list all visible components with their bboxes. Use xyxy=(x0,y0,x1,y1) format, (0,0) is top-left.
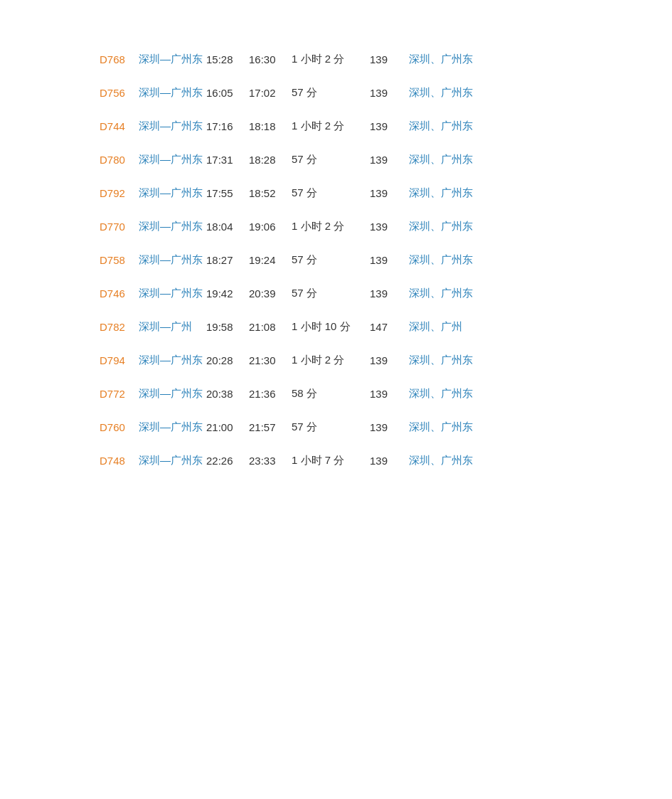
train-arrive: 19:06 xyxy=(249,221,292,233)
train-depart: 20:38 xyxy=(206,388,249,400)
train-route: 深圳—广州东 xyxy=(139,354,206,367)
train-depart: 16:05 xyxy=(206,87,249,99)
train-arrive: 18:28 xyxy=(249,154,292,166)
train-row[interactable]: D792 深圳—广州东 17:55 18:52 57 分 139 深圳、广州东 xyxy=(0,176,672,210)
train-row[interactable]: D794 深圳—广州东 20:28 21:30 1 小时 2 分 139 深圳、… xyxy=(0,344,672,377)
train-price: 139 xyxy=(370,221,409,233)
train-depart: 22:26 xyxy=(206,455,249,467)
train-row[interactable]: D756 深圳—广州东 16:05 17:02 57 分 139 深圳、广州东 xyxy=(0,76,672,110)
train-number: D748 xyxy=(100,455,139,467)
train-row[interactable]: D780 深圳—广州东 17:31 18:28 57 分 139 深圳、广州东 xyxy=(0,143,672,176)
train-stops: 深圳、广州东 xyxy=(409,153,473,166)
train-stops: 深圳、广州东 xyxy=(409,354,473,367)
train-list: D768 深圳—广州东 15:28 16:30 1 小时 2 分 139 深圳、… xyxy=(0,0,672,520)
train-duration: 58 分 xyxy=(292,387,370,401)
train-route: 深圳—广州东 xyxy=(139,120,206,133)
train-arrive: 19:24 xyxy=(249,254,292,266)
train-arrive: 21:36 xyxy=(249,388,292,400)
train-route: 深圳—广州东 xyxy=(139,53,206,66)
train-price: 139 xyxy=(370,354,409,366)
train-route: 深圳—广州东 xyxy=(139,153,206,166)
train-route: 深圳—广州东 xyxy=(139,220,206,233)
train-duration: 57 分 xyxy=(292,86,370,100)
train-duration: 57 分 xyxy=(292,287,370,300)
train-row[interactable]: D744 深圳—广州东 17:16 18:18 1 小时 2 分 139 深圳、… xyxy=(0,110,672,143)
train-number: D760 xyxy=(100,421,139,433)
train-stops: 深圳、广州东 xyxy=(409,253,473,267)
train-price: 139 xyxy=(370,53,409,65)
train-row[interactable]: D770 深圳—广州东 18:04 19:06 1 小时 2 分 139 深圳、… xyxy=(0,210,672,243)
train-route: 深圳—广州 xyxy=(139,320,206,334)
train-depart: 17:16 xyxy=(206,120,249,132)
train-route: 深圳—广州东 xyxy=(139,454,206,467)
train-price: 139 xyxy=(370,187,409,199)
train-number: D794 xyxy=(100,354,139,366)
train-arrive: 18:18 xyxy=(249,120,292,132)
train-stops: 深圳、广州东 xyxy=(409,420,473,434)
train-depart: 18:04 xyxy=(206,221,249,233)
train-depart: 19:42 xyxy=(206,287,249,300)
train-stops: 深圳、广州东 xyxy=(409,120,473,133)
train-stops: 深圳、广州东 xyxy=(409,287,473,300)
train-duration: 57 分 xyxy=(292,420,370,434)
train-depart: 17:31 xyxy=(206,154,249,166)
train-arrive: 17:02 xyxy=(249,87,292,99)
train-depart: 20:28 xyxy=(206,354,249,366)
train-price: 139 xyxy=(370,87,409,99)
train-number: D758 xyxy=(100,254,139,266)
train-number: D744 xyxy=(100,120,139,132)
train-stops: 深圳、广州东 xyxy=(409,454,473,467)
train-stops: 深圳、广州东 xyxy=(409,53,473,66)
train-arrive: 16:30 xyxy=(249,53,292,65)
train-duration: 1 小时 7 分 xyxy=(292,454,370,467)
train-number: D782 xyxy=(100,321,139,333)
train-row[interactable]: D758 深圳—广州东 18:27 19:24 57 分 139 深圳、广州东 xyxy=(0,243,672,277)
train-route: 深圳—广州东 xyxy=(139,186,206,200)
train-duration: 57 分 xyxy=(292,253,370,267)
train-number: D780 xyxy=(100,154,139,166)
train-stops: 深圳、广州东 xyxy=(409,387,473,401)
train-arrive: 21:57 xyxy=(249,421,292,433)
train-arrive: 23:33 xyxy=(249,455,292,467)
train-stops: 深圳、广州东 xyxy=(409,220,473,233)
train-stops: 深圳、广州东 xyxy=(409,86,473,100)
train-route: 深圳—广州东 xyxy=(139,420,206,434)
train-row[interactable]: D760 深圳—广州东 21:00 21:57 57 分 139 深圳、广州东 xyxy=(0,411,672,444)
train-duration: 1 小时 2 分 xyxy=(292,120,370,133)
train-price: 139 xyxy=(370,254,409,266)
train-number: D746 xyxy=(100,287,139,300)
train-number: D770 xyxy=(100,221,139,233)
train-row[interactable]: D768 深圳—广州东 15:28 16:30 1 小时 2 分 139 深圳、… xyxy=(0,43,672,76)
train-row[interactable]: D748 深圳—广州东 22:26 23:33 1 小时 7 分 139 深圳、… xyxy=(0,444,672,477)
train-number: D772 xyxy=(100,388,139,400)
train-depart: 15:28 xyxy=(206,53,249,65)
train-row[interactable]: D782 深圳—广州 19:58 21:08 1 小时 10 分 147 深圳、… xyxy=(0,310,672,344)
train-route: 深圳—广州东 xyxy=(139,287,206,300)
train-duration: 1 小时 2 分 xyxy=(292,53,370,66)
train-duration: 57 分 xyxy=(292,186,370,200)
train-stops: 深圳、广州 xyxy=(409,320,462,334)
train-row[interactable]: D746 深圳—广州东 19:42 20:39 57 分 139 深圳、广州东 xyxy=(0,277,672,310)
train-price: 147 xyxy=(370,321,409,333)
train-row[interactable]: D772 深圳—广州东 20:38 21:36 58 分 139 深圳、广州东 xyxy=(0,377,672,411)
train-depart: 19:58 xyxy=(206,321,249,333)
train-duration: 57 分 xyxy=(292,153,370,166)
train-arrive: 18:52 xyxy=(249,187,292,199)
train-price: 139 xyxy=(370,455,409,467)
train-price: 139 xyxy=(370,388,409,400)
train-number: D756 xyxy=(100,87,139,99)
train-price: 139 xyxy=(370,421,409,433)
train-route: 深圳—广州东 xyxy=(139,86,206,100)
train-depart: 21:00 xyxy=(206,421,249,433)
train-price: 139 xyxy=(370,120,409,132)
train-route: 深圳—广州东 xyxy=(139,253,206,267)
train-arrive: 21:08 xyxy=(249,321,292,333)
train-number: D792 xyxy=(100,187,139,199)
train-stops: 深圳、广州东 xyxy=(409,186,473,200)
train-route: 深圳—广州东 xyxy=(139,387,206,401)
train-duration: 1 小时 10 分 xyxy=(292,320,370,334)
train-number: D768 xyxy=(100,53,139,65)
train-depart: 17:55 xyxy=(206,187,249,199)
train-duration: 1 小时 2 分 xyxy=(292,354,370,367)
train-arrive: 21:30 xyxy=(249,354,292,366)
